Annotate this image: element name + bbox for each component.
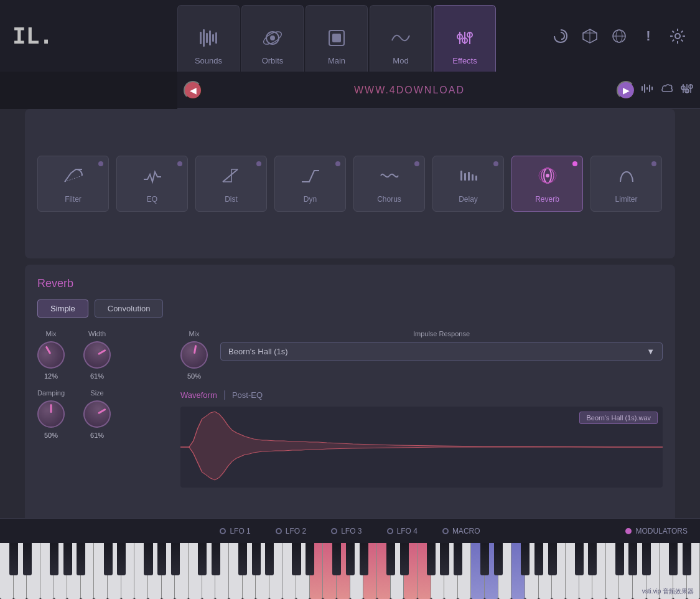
black-key[interactable] [534, 543, 543, 575]
tab-main[interactable]: Main [306, 5, 368, 72]
damping-knob[interactable] [37, 400, 65, 428]
black-key[interactable] [332, 543, 341, 575]
effect-limiter-dot [651, 161, 656, 166]
svg-rect-5 [215, 32, 217, 44]
effect-filter[interactable]: Filter [37, 156, 109, 212]
black-key[interactable] [521, 543, 530, 575]
black-key[interactable] [23, 543, 32, 575]
cloud-icon[interactable] [660, 82, 674, 98]
macro-dot [442, 528, 449, 534]
black-key[interactable] [144, 543, 152, 575]
black-key[interactable] [265, 543, 274, 575]
settings-icon[interactable] [668, 26, 688, 46]
lfo2-label: LFO 2 [286, 527, 306, 535]
alert-icon[interactable]: ! [638, 26, 658, 46]
mode-simple-button[interactable]: Simple [37, 300, 88, 318]
dist-label: Dist [225, 195, 238, 204]
black-key[interactable] [252, 543, 261, 575]
black-key[interactable] [238, 543, 247, 575]
tab-effects[interactable]: Effects [434, 5, 496, 72]
black-key[interactable] [77, 543, 85, 575]
svg-point-7 [270, 35, 275, 40]
effect-eq-dot [177, 161, 182, 166]
black-key[interactable] [440, 543, 449, 575]
black-key[interactable] [212, 543, 220, 575]
macro-item[interactable]: MACRO [442, 527, 480, 535]
preset-next-button[interactable]: ▶ [617, 81, 635, 100]
mode-convolution-button[interactable]: Convolution [95, 300, 164, 318]
effect-reverb[interactable]: Reverb [511, 156, 583, 212]
effect-delay-dot [493, 161, 498, 166]
black-key[interactable] [400, 543, 409, 575]
black-key[interactable] [9, 543, 18, 575]
lfo4-item[interactable]: LFO 4 [387, 527, 418, 535]
lfo2-item[interactable]: LFO 2 [276, 527, 306, 535]
effect-dist[interactable]: Dist [195, 156, 267, 212]
spiral-icon[interactable] [551, 26, 571, 46]
effect-eq[interactable]: EQ [116, 156, 188, 212]
lfo1-item[interactable]: LFO 1 [220, 527, 250, 535]
preset-prev-button[interactable]: ◀ [184, 81, 202, 100]
svg-rect-10 [332, 34, 341, 42]
svg-rect-0 [200, 32, 202, 44]
black-key[interactable] [360, 543, 368, 575]
posteq-tab[interactable]: Post-EQ [232, 390, 263, 400]
lfo-bar: LFO 1 LFO 2 LFO 3 LFO 4 MACRO MODULATORS [0, 518, 700, 543]
modulators-button[interactable]: MODULATORS [625, 527, 688, 535]
black-key[interactable] [575, 543, 584, 575]
waveform-tab[interactable]: Waveform [180, 390, 217, 400]
svg-rect-37 [468, 172, 470, 181]
black-key[interactable] [427, 543, 436, 575]
black-key[interactable] [548, 543, 557, 575]
knob-group-damping: Damping 50% [37, 389, 65, 439]
lfo3-item[interactable]: LFO 3 [331, 527, 362, 535]
black-key[interactable] [683, 543, 691, 575]
tab-mod[interactable]: Mod [370, 5, 432, 72]
effect-dyn[interactable]: Dyn [274, 156, 346, 212]
globe-icon[interactable] [609, 26, 629, 46]
black-key[interactable] [50, 543, 58, 575]
black-key[interactable] [63, 543, 72, 575]
black-key[interactable] [494, 543, 503, 575]
mixer-icon[interactable] [680, 82, 694, 98]
svg-rect-36 [464, 173, 466, 181]
conv-mix-knob[interactable] [179, 339, 210, 371]
size-label: Size [90, 389, 103, 397]
svg-rect-35 [460, 171, 462, 181]
black-key[interactable] [628, 543, 637, 575]
black-key[interactable] [117, 543, 126, 575]
width-knob[interactable] [78, 336, 116, 374]
effect-delay[interactable]: Delay [432, 156, 504, 212]
black-key[interactable] [306, 543, 314, 575]
black-key[interactable] [386, 543, 395, 575]
cube-icon[interactable] [580, 26, 600, 46]
black-key[interactable] [346, 543, 355, 575]
effect-limiter[interactable]: Limiter [590, 156, 662, 212]
svg-point-23 [675, 34, 680, 39]
size-knob[interactable] [78, 395, 116, 433]
black-key[interactable] [292, 543, 301, 575]
black-key[interactable] [157, 543, 166, 575]
dist-icon [220, 164, 243, 191]
knob-group-width: Width 61% [83, 330, 111, 380]
tab-sounds[interactable]: Sounds [177, 5, 240, 72]
chorus-icon [378, 164, 401, 191]
black-key[interactable] [198, 543, 207, 575]
watermark: vsti.vip 音频效果器 [642, 587, 694, 596]
tab-main-label: Main [328, 56, 345, 65]
waveform-icon[interactable] [640, 82, 654, 98]
black-key[interactable] [588, 543, 597, 575]
tab-orbits[interactable]: Orbits [241, 5, 304, 72]
black-key[interactable] [669, 543, 678, 575]
effect-chorus[interactable]: Chorus [353, 156, 425, 212]
mix-knob[interactable] [32, 336, 70, 374]
lfo4-dot [387, 528, 393, 534]
black-key[interactable] [615, 543, 624, 575]
black-key[interactable] [454, 543, 462, 575]
black-key[interactable] [104, 543, 113, 575]
black-key[interactable] [480, 543, 489, 575]
effect-chorus-dot [414, 161, 419, 166]
black-key[interactable] [171, 543, 180, 575]
black-key[interactable] [642, 543, 651, 575]
impulse-select[interactable]: Beorn's Hall (1s) ▼ [220, 342, 663, 361]
